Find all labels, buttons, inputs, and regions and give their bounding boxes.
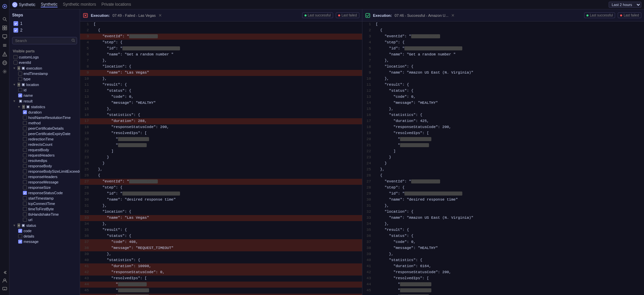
exec-tag-2-1[interactable]: Last failed [618,12,641,18]
nav-alert[interactable] [1,50,8,58]
nav-link-locations[interactable]: Private locations [101,2,131,7]
tree-method[interactable]: method [22,120,77,126]
nav-user[interactable] [1,277,8,284]
tree-url[interactable]: url [22,217,77,222]
step-1[interactable]: 1 [12,20,77,27]
checkbox-tlsHandshakeTime[interactable] [23,212,27,216]
checkbox-responseBodySizeLimitExceeded[interactable] [23,169,27,173]
top-nav-right: Last 2 hours Last 1 hour Last 4 hours La… [609,2,641,8]
nav-keyboard[interactable] [1,285,8,292]
time-range-select[interactable]: Last 2 hours Last 1 hour Last 4 hours La… [609,2,641,8]
tree-redirectionTime[interactable]: redirectionTime [22,136,77,142]
checkbox-status-details[interactable] [18,234,22,238]
step-2[interactable]: 2 [12,27,77,34]
checkbox-resolvedIps[interactable] [23,159,27,163]
tree-status-details[interactable]: details [17,234,77,239]
tree-tlsHandshakeTime[interactable]: tlsHandshakeTime [22,212,77,217]
tree-responseMessage[interactable]: responseMessage [22,179,77,185]
checkbox-customLogs[interactable] [13,55,17,59]
tree-duration[interactable]: duration [22,110,77,115]
checkbox-responseSize[interactable] [23,185,27,189]
checkbox-responseHeaders[interactable] [23,175,27,179]
checkbox-responseStatusCode[interactable] [23,191,27,195]
exec-close-1[interactable]: ✕ [158,13,162,18]
checkbox-execution[interactable] [17,66,20,70]
line-content: "id": "████████████████████████", [92,46,180,52]
checkbox-timeToFirstByte[interactable] [23,207,27,211]
tree-responseBodySizeLimitExceeded[interactable]: responseBodySizeLimitExceeded [22,169,77,174]
tree-responseHeaders[interactable]: responseHeaders [22,174,77,179]
tree-location-header[interactable]: ▼ ▣ location [12,82,77,87]
checkbox-redirectsCount[interactable] [23,142,27,146]
tree-requestBody[interactable]: requestBody [22,147,77,153]
checkbox-redirectionTime[interactable] [23,137,27,141]
checkbox-method[interactable] [23,121,27,125]
checkbox-hostNameResolutionTime[interactable] [23,116,27,120]
checkbox-duration[interactable] [23,110,27,114]
line-content: "result": { [92,227,127,233]
tree-timeToFirstByte[interactable]: timeToFirstByte [22,206,77,212]
tree-id[interactable]: id [17,87,77,93]
tree-status-code[interactable]: code [17,228,77,234]
line-number: 24 [80,161,92,167]
tree-status-message[interactable]: message [17,239,77,244]
tree-startTimestamp[interactable]: startTimestamp [22,196,77,201]
tree-status-header[interactable]: ▼ ▣ status [12,222,77,228]
tree-eventId[interactable]: eventId [12,60,77,65]
tree-redirectsCount[interactable]: redirectsCount [22,142,77,147]
checkbox-statistics[interactable] [22,105,25,109]
checkbox-status[interactable] [17,223,20,227]
nav-link-synthetic[interactable]: Synthetic [41,2,57,7]
search-input[interactable] [12,37,77,44]
checkbox-id[interactable] [18,88,22,92]
exec-close-2[interactable]: ✕ [451,13,455,18]
exec-tag-2-0[interactable]: Last successful [584,12,615,18]
checkbox-status-message[interactable] [18,240,22,244]
exec-tag-1-0[interactable]: Last successful [302,12,333,18]
tree-hostNameResolutionTime[interactable]: hostNameResolutionTime [22,115,77,120]
checkbox-responseBody[interactable] [23,164,27,168]
tree-responseBody[interactable]: responseBody [22,163,77,169]
tree-peerCertificateDetails[interactable]: peerCertificateDetails [22,126,77,131]
nav-settings[interactable] [1,68,8,75]
tree-endTimestamp[interactable]: endTimestamp [17,71,77,76]
checkbox-requestHeaders[interactable] [23,153,27,157]
checkbox-name[interactable] [18,93,22,97]
checkbox-eventId[interactable] [13,60,17,65]
checkbox-tcpConnectTime[interactable] [23,202,27,206]
checkbox-status-code[interactable] [18,229,22,233]
tree-peerCertificateExpiryDate[interactable]: peerCertificateExpiryDate [22,131,77,136]
tree-responseSize[interactable]: responseSize [22,185,77,190]
checkbox-responseMessage[interactable] [23,180,27,184]
nav-collapse[interactable] [1,269,8,276]
line-content: "name": "Las Vegas" [92,70,149,76]
line-content: "duration": 10098, [92,263,151,269]
nav-grid[interactable] [1,24,8,32]
nav-logo[interactable] [1,3,8,10]
tree-result-header[interactable]: ▼ ▣ result [12,98,77,104]
tree-execution-header[interactable]: ▼ ▣ execution [12,65,77,71]
exec-tag-1-1[interactable]: Last failed [336,12,359,18]
checkbox-requestBody[interactable] [23,148,27,152]
checkbox-location[interactable] [17,83,20,87]
tree-customLogs[interactable]: customLogs [12,54,77,60]
checkbox-endTimestamp[interactable] [18,72,22,76]
tree-tcpConnectTime[interactable]: tcpConnectTime [22,201,77,206]
nav-globe[interactable] [1,59,8,67]
tree-type[interactable]: type [17,76,77,82]
code-line: 31 }, [80,203,362,209]
tree-name[interactable]: name [17,93,77,98]
tree-responseStatusCode[interactable]: responseStatusCode [22,190,77,196]
tree-requestHeaders[interactable]: requestHeaders [22,153,77,158]
nav-search[interactable] [1,15,8,23]
nav-monitor[interactable] [1,33,8,40]
tree-statistics-header[interactable]: ▼ ▣ statistics [17,104,77,110]
nav-link-monitors[interactable]: Synthetic monitors [63,2,96,7]
checkbox-type[interactable] [18,77,22,81]
checkbox-peerCertificateExpiryDate[interactable] [23,132,27,136]
checkbox-startTimestamp[interactable] [23,196,27,200]
checkbox-peerCertificateDetails[interactable] [23,126,27,130]
nav-list[interactable] [1,42,8,49]
checkbox-url[interactable] [23,218,27,222]
tree-resolvedIps[interactable]: resolvedIps [22,158,77,163]
